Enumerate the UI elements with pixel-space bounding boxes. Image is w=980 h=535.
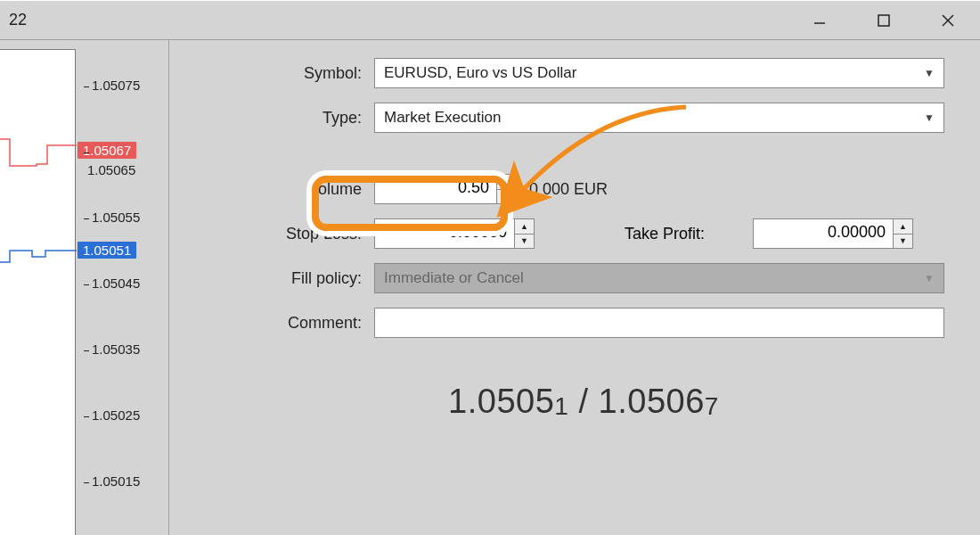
axis-tick: 1.05045 (92, 276, 140, 291)
takeprofit-value[interactable]: 0.00000 (754, 219, 893, 248)
spinner-down-icon[interactable]: ▼ (497, 190, 516, 204)
type-select[interactable]: Market Execution ▼ (374, 103, 944, 133)
price-quote: 1.05051 / 1.05067 (223, 383, 944, 421)
symbol-label: Symbol: (223, 64, 374, 83)
fillpolicy-select: Immediate or Cancel ▼ (374, 263, 944, 293)
volume-label: Volume (223, 180, 374, 199)
symbol-select[interactable]: EURUSD, Euro vs US Dollar ▼ (374, 58, 944, 88)
chevron-down-icon: ▼ (924, 111, 935, 124)
bid-price-marker: 1.05051 (78, 242, 136, 259)
stoploss-spinner[interactable]: ▲▼ (514, 219, 534, 248)
volume-spinner[interactable]: ▲▼ (496, 175, 516, 203)
type-value: Market Execution (384, 109, 501, 127)
axis-tick: 1.05025 (92, 407, 140, 423)
spinner-up-icon[interactable]: ▲ (497, 175, 516, 190)
svg-rect-1 (878, 15, 889, 26)
axis-tick: 1.05015 (92, 473, 140, 489)
chevron-down-icon: ▼ (924, 272, 935, 284)
spinner-down-icon[interactable]: ▼ (894, 235, 912, 249)
volume-unit-text: 0 000 EUR (529, 180, 608, 199)
axis-tick: 1.05035 (92, 342, 140, 357)
stoploss-label: Stop Loss: (223, 225, 374, 243)
titlebar: 22 (0, 1, 980, 40)
takeprofit-input[interactable]: 0.00000 ▲▼ (753, 218, 913, 249)
chevron-down-icon: ▼ (924, 67, 935, 79)
spinner-up-icon[interactable]: ▲ (515, 219, 534, 235)
volume-input[interactable]: 0.50 ▲▼ (374, 174, 517, 204)
takeprofit-label: Take Profit: (570, 225, 717, 243)
spinner-down-icon[interactable]: ▼ (515, 235, 534, 249)
tick-chart-pane: 1.05075 1.05067 1.05065 1.05065 1.05055 … (0, 40, 169, 535)
symbol-value: EURUSD, Euro vs US Dollar (384, 64, 576, 82)
comment-label: Comment: (223, 314, 374, 333)
close-button[interactable] (916, 1, 980, 40)
takeprofit-spinner[interactable]: ▲▼ (893, 219, 912, 248)
spinner-up-icon[interactable]: ▲ (894, 219, 912, 235)
window-controls (788, 1, 980, 39)
axis-tick-partial: 1.05065 (87, 162, 135, 177)
fillpolicy-value: Immediate or Cancel (384, 269, 524, 287)
minimize-button[interactable] (788, 1, 852, 40)
order-window: 22 1.05075 1.05067 1.050 (0, 0, 980, 535)
stoploss-input[interactable]: 0.00000 ▲▼ (374, 218, 535, 249)
tick-chart (0, 49, 76, 535)
stoploss-value[interactable]: 0.00000 (375, 219, 514, 248)
fillpolicy-label: Fill policy: (223, 269, 374, 288)
comment-input[interactable] (374, 308, 944, 338)
maximize-button[interactable] (852, 1, 916, 40)
order-form: Symbol: EURUSD, Euro vs US Dollar ▼ Type… (169, 40, 980, 535)
window-title: 22 (9, 11, 27, 29)
price-axis: 1.05075 1.05067 1.05065 1.05065 1.05055 … (76, 49, 169, 535)
axis-tick: 1.05075 (92, 78, 140, 93)
volume-value[interactable]: 0.50 (375, 175, 496, 203)
axis-tick: 1.05055 (92, 210, 140, 225)
type-label: Type: (223, 109, 374, 128)
axis-tick: 1.05065 (92, 144, 140, 159)
